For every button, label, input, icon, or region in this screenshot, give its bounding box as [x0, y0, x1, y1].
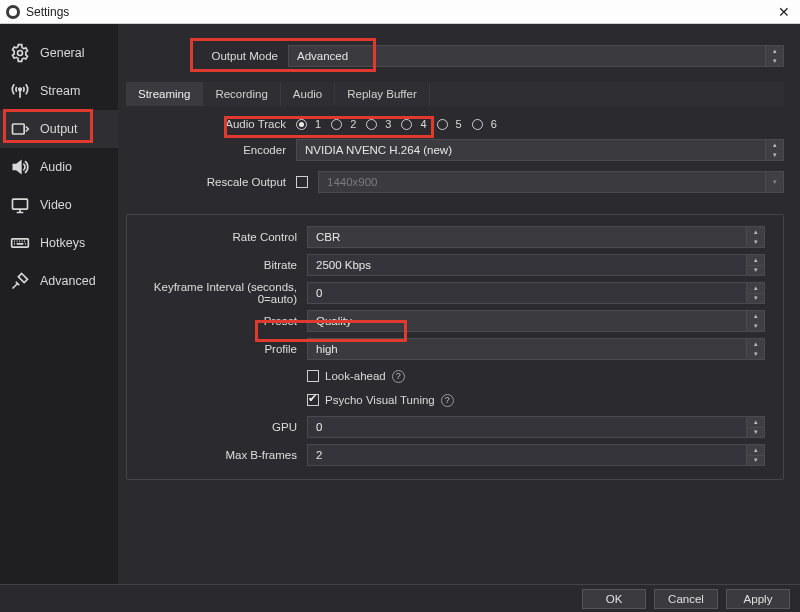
- look-ahead-row: Look-ahead ?: [137, 365, 765, 387]
- window-title: Settings: [26, 5, 69, 19]
- encoder-row: Encoder NVIDIA NVENC H.264 (new) ▴▾: [126, 138, 784, 162]
- profile-select[interactable]: high ▴▾: [307, 338, 765, 360]
- updown-icon: ▴▾: [765, 46, 783, 66]
- audio-track-radio-5[interactable]: [437, 119, 448, 130]
- bitrate-input[interactable]: 2500 Kbps ▴▾: [307, 254, 765, 276]
- output-mode-label: Output Mode: [198, 50, 288, 62]
- help-icon[interactable]: ?: [392, 370, 405, 383]
- encoder-label: Encoder: [126, 144, 296, 156]
- rate-control-select[interactable]: CBR ▴▾: [307, 226, 765, 248]
- sidebar-item-hotkeys[interactable]: Hotkeys: [0, 224, 118, 262]
- preset-label: Preset: [137, 315, 307, 327]
- look-ahead-label: Look-ahead: [325, 370, 386, 382]
- max-bframes-label: Max B-frames: [137, 449, 307, 461]
- preset-row: Preset Quality ▴▾: [137, 309, 765, 333]
- rescale-checkbox[interactable]: [296, 176, 308, 188]
- rate-control-value: CBR: [316, 231, 340, 243]
- tab-replay-buffer[interactable]: Replay Buffer: [335, 82, 429, 106]
- output-subtabs: Streaming Recording Audio Replay Buffer: [126, 82, 784, 106]
- keyframe-row: Keyframe Interval (seconds, 0=auto) 0 ▴▾: [137, 281, 765, 305]
- stepper-icon[interactable]: ▴▾: [746, 283, 764, 303]
- sidebar-item-output[interactable]: Output: [0, 110, 118, 148]
- rescale-row: Rescale Output 1440x900 ▾: [126, 170, 784, 194]
- tab-recording[interactable]: Recording: [203, 82, 280, 106]
- rescale-select[interactable]: 1440x900 ▾: [318, 171, 784, 193]
- stepper-icon[interactable]: ▴▾: [746, 445, 764, 465]
- audio-track-radio-2[interactable]: [331, 119, 342, 130]
- keyframe-label: Keyframe Interval (seconds, 0=auto): [137, 281, 307, 305]
- output-settings-panel: Output Mode Advanced ▴▾ Streaming Record…: [118, 24, 800, 584]
- rescale-label: Rescale Output: [126, 176, 296, 188]
- sidebar-item-video[interactable]: Video: [0, 186, 118, 224]
- updown-icon: ▴▾: [765, 140, 783, 160]
- bitrate-row: Bitrate 2500 Kbps ▴▾: [137, 253, 765, 277]
- gpu-label: GPU: [137, 421, 307, 433]
- tools-icon: [10, 271, 30, 291]
- psycho-row: Psycho Visual Tuning ?: [137, 389, 765, 411]
- max-bframes-row: Max B-frames 2 ▴▾: [137, 443, 765, 467]
- svg-rect-3: [13, 199, 28, 209]
- gpu-value: 0: [316, 421, 322, 433]
- encoder-value: NVIDIA NVENC H.264 (new): [305, 144, 452, 156]
- psycho-checkbox[interactable]: [307, 394, 319, 406]
- sidebar-item-label: Stream: [40, 84, 80, 98]
- speaker-icon: [10, 157, 30, 177]
- keyframe-input[interactable]: 0 ▴▾: [307, 282, 765, 304]
- sidebar-item-label: Hotkeys: [40, 236, 85, 250]
- bitrate-label: Bitrate: [137, 259, 307, 271]
- app-icon: [6, 5, 20, 19]
- tab-audio[interactable]: Audio: [281, 82, 335, 106]
- window-titlebar: Settings ✕: [0, 0, 800, 24]
- audio-track-radio-4[interactable]: [401, 119, 412, 130]
- rate-control-row: Rate Control CBR ▴▾: [137, 225, 765, 249]
- updown-icon: ▴▾: [746, 339, 764, 359]
- encoder-settings-group: Rate Control CBR ▴▾ Bitrate 2500 Kbps ▴▾…: [126, 214, 784, 480]
- gpu-input[interactable]: 0 ▴▾: [307, 416, 765, 438]
- settings-sidebar: General Stream Output Audio Video: [0, 24, 118, 584]
- svg-point-1: [19, 88, 22, 91]
- gear-icon: [10, 43, 30, 63]
- cancel-button[interactable]: Cancel: [654, 589, 718, 609]
- bitrate-value: 2500 Kbps: [316, 259, 371, 271]
- look-ahead-checkbox[interactable]: [307, 370, 319, 382]
- stepper-icon[interactable]: ▴▾: [746, 417, 764, 437]
- profile-row: Profile high ▴▾: [137, 337, 765, 361]
- preset-select[interactable]: Quality ▴▾: [307, 310, 765, 332]
- gpu-row: GPU 0 ▴▾: [137, 415, 765, 439]
- svg-rect-2: [13, 124, 25, 134]
- max-bframes-value: 2: [316, 449, 322, 461]
- keyframe-value: 0: [316, 287, 322, 299]
- encoder-select[interactable]: NVIDIA NVENC H.264 (new) ▴▾: [296, 139, 784, 161]
- keyboard-icon: [10, 233, 30, 253]
- output-mode-select[interactable]: Advanced ▴▾: [288, 45, 784, 67]
- sidebar-item-advanced[interactable]: Advanced: [0, 262, 118, 300]
- audio-track-radio-1[interactable]: [296, 119, 307, 130]
- output-mode-value: Advanced: [297, 50, 348, 62]
- sidebar-item-label: Video: [40, 198, 72, 212]
- apply-button[interactable]: Apply: [726, 589, 790, 609]
- rescale-value: 1440x900: [327, 176, 378, 188]
- output-mode-row: Output Mode Advanced ▴▾: [198, 44, 784, 68]
- updown-icon: ▴▾: [746, 227, 764, 247]
- monitor-icon: [10, 195, 30, 215]
- help-icon[interactable]: ?: [441, 394, 454, 407]
- tab-streaming[interactable]: Streaming: [126, 82, 203, 106]
- audio-track-radio-3[interactable]: [366, 119, 377, 130]
- sidebar-item-stream[interactable]: Stream: [0, 72, 118, 110]
- audio-track-radio-6[interactable]: [472, 119, 483, 130]
- dialog-button-bar: OK Cancel Apply: [0, 584, 800, 612]
- dropdown-icon: ▾: [765, 172, 783, 192]
- sidebar-item-audio[interactable]: Audio: [0, 148, 118, 186]
- window-close-button[interactable]: ✕: [774, 4, 794, 20]
- stepper-icon[interactable]: ▴▾: [746, 255, 764, 275]
- updown-icon: ▴▾: [746, 311, 764, 331]
- ok-button[interactable]: OK: [582, 589, 646, 609]
- rate-control-label: Rate Control: [137, 231, 307, 243]
- sidebar-item-label: General: [40, 46, 84, 60]
- psycho-label: Psycho Visual Tuning: [325, 394, 435, 406]
- audio-track-label: Audio Track: [126, 118, 296, 130]
- max-bframes-input[interactable]: 2 ▴▾: [307, 444, 765, 466]
- profile-label: Profile: [137, 343, 307, 355]
- preset-value: Quality: [316, 315, 352, 327]
- sidebar-item-general[interactable]: General: [0, 34, 118, 72]
